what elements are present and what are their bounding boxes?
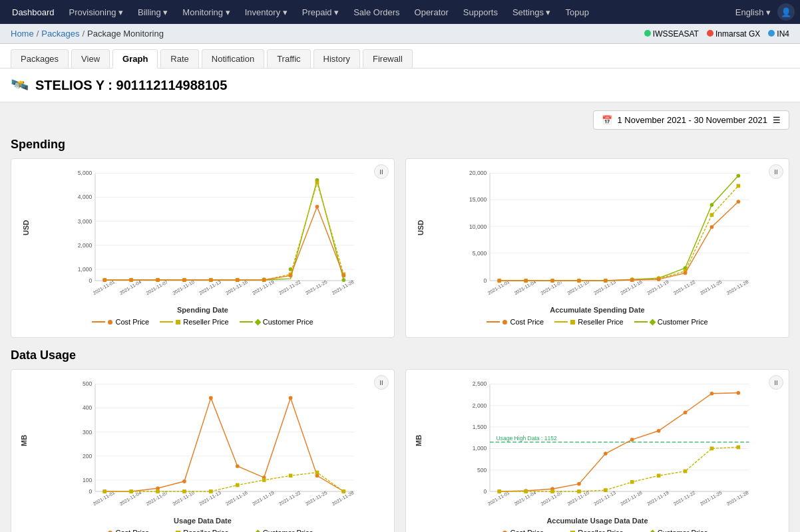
spending-accum-chart: ⏸ USD 0 5,000 10,000 15,000 20,000 2021	[405, 158, 789, 338]
svg-point-185	[737, 391, 741, 395]
nav-operator[interactable]: Operator	[408, 3, 455, 21]
svg-text:2021-11-19: 2021-11-19	[646, 490, 670, 507]
status-iwsseasat: IWSSEASAT	[644, 29, 699, 39]
vessel-icon: 🛰️	[11, 76, 29, 94]
breadcrumb: Home / Packages / Package Monitoring	[11, 29, 164, 39]
svg-point-96	[497, 279, 501, 283]
svg-point-104	[710, 225, 714, 229]
svg-text:0: 0	[483, 277, 487, 284]
language-selector[interactable]: English ▾	[735, 7, 771, 17]
legend-reseller-price-3: Reseller Price	[160, 529, 228, 532]
spending-accum-y-label: USD	[417, 219, 425, 235]
usage-accum-x-label: Accumulate Usage Data Date	[414, 517, 781, 525]
tab-notification[interactable]: Notification	[202, 49, 264, 68]
spending-daily-chart: ⏸ USD 0 1,000	[11, 158, 395, 338]
svg-point-49	[236, 278, 240, 282]
svg-point-52	[315, 205, 319, 209]
svg-point-137	[289, 396, 293, 400]
legend-cost-price-2: Cost Price	[487, 318, 544, 326]
svg-rect-145	[236, 483, 240, 487]
nav-sale-orders[interactable]: Sale Orders	[347, 3, 406, 21]
nav-provisioning[interactable]: Provisioning ▾	[63, 3, 130, 21]
breadcrumb-home[interactable]: Home	[11, 29, 34, 39]
svg-point-85	[737, 174, 741, 178]
svg-text:2021-11-25: 2021-11-25	[700, 279, 723, 296]
navbar: Dashboard Provisioning ▾ Billing ▾ Monit…	[0, 0, 800, 24]
svg-rect-42	[315, 181, 319, 185]
svg-point-100	[604, 279, 608, 283]
svg-text:2021-11-28: 2021-11-28	[331, 279, 355, 296]
legend-customer-price-4: Customer Price	[634, 529, 708, 532]
status-inmarsat: Inmarsat GX	[707, 29, 760, 39]
spending-section-title: Spending	[11, 138, 789, 152]
menu-icon: ☰	[773, 115, 781, 125]
svg-text:300: 300	[83, 429, 93, 436]
tab-traffic[interactable]: Traffic	[267, 49, 310, 68]
svg-text:2021-11-22: 2021-11-22	[673, 490, 697, 507]
tab-history[interactable]: History	[313, 49, 360, 68]
main-content: 📅 1 November 2021 - 30 November 2021 ☰ S…	[0, 102, 800, 532]
svg-point-101	[630, 278, 634, 282]
svg-text:1,500: 1,500	[473, 424, 487, 430]
svg-point-181	[630, 438, 634, 442]
svg-point-50	[262, 278, 266, 282]
nav-inventory[interactable]: Inventory ▾	[238, 3, 294, 21]
svg-text:1,000: 1,000	[78, 266, 93, 273]
tab-view[interactable]: View	[71, 49, 110, 68]
svg-rect-143	[182, 489, 186, 493]
svg-text:2021-11-19: 2021-11-19	[252, 490, 276, 507]
usage-daily-svg: 0 100 200 300 400 500 2021-11-01 2021-11…	[45, 378, 386, 504]
nav-supports[interactable]: Supports	[457, 3, 504, 21]
svg-point-47	[182, 278, 186, 282]
legend-cost-price-1: Cost Price	[92, 318, 149, 326]
svg-point-46	[156, 278, 160, 282]
spending-daily-svg: 0 1,000 2,000 3,000 4,000 5,000 2021-11-…	[45, 167, 386, 293]
nav-settings[interactable]: Settings ▾	[506, 3, 558, 21]
nav-billing[interactable]: Billing ▾	[131, 3, 174, 21]
user-menu[interactable]: 👤	[777, 3, 795, 21]
svg-text:500: 500	[477, 467, 487, 473]
svg-rect-147	[289, 473, 293, 477]
svg-text:20,000: 20,000	[469, 170, 487, 176]
usage-accum-y-label: MB	[415, 434, 423, 446]
tab-rate[interactable]: Rate	[160, 49, 198, 68]
svg-text:2,000: 2,000	[78, 242, 93, 249]
spending-daily-x-label: Spending Date	[19, 306, 386, 314]
page-title: STELIOS Y : 901112114988105	[35, 78, 227, 93]
svg-point-99	[577, 279, 581, 283]
svg-rect-144	[209, 489, 213, 493]
svg-point-48	[209, 278, 213, 282]
svg-rect-186	[497, 489, 501, 493]
svg-point-102	[657, 277, 661, 281]
page-header: 🛰️ STELIOS Y : 901112114988105	[0, 68, 800, 102]
svg-rect-148	[315, 471, 319, 475]
tab-graph[interactable]: Graph	[112, 49, 158, 68]
svg-point-51	[289, 274, 293, 278]
legend-reseller-price-1: Reseller Price	[160, 318, 228, 326]
spending-accum-legend: Cost Price Reseller Price Customer Price	[414, 318, 781, 326]
tab-firewall[interactable]: Firewall	[363, 49, 413, 68]
spending-accum-svg: 0 5,000 10,000 15,000 20,000 2021-11-01 …	[439, 167, 781, 293]
breadcrumb-packages[interactable]: Packages	[41, 29, 79, 39]
nav-monitoring[interactable]: Monitoring ▾	[176, 3, 236, 21]
usage-daily-chart: ⏸ MB 0 100 200 300 400 500	[11, 369, 395, 532]
svg-rect-141	[129, 489, 133, 493]
legend-reseller-price-2: Reseller Price	[554, 318, 623, 326]
svg-text:0: 0	[89, 488, 92, 495]
nav-dashboard[interactable]: Dashboard	[5, 3, 61, 21]
tab-packages[interactable]: Packages	[11, 49, 69, 68]
usage-accum-svg: 0 500 1,000 1,500 2,000 2,500 2021-11-01…	[439, 378, 781, 504]
svg-text:2021-11-25: 2021-11-25	[305, 490, 329, 507]
svg-text:2021-11-22: 2021-11-22	[673, 279, 697, 296]
svg-rect-189	[577, 489, 581, 493]
nav-prepaid[interactable]: Prepaid ▾	[296, 3, 345, 21]
date-selector[interactable]: 📅 1 November 2021 - 30 November 2021 ☰	[593, 110, 789, 130]
status-in4: IN4	[768, 29, 789, 39]
svg-text:Usage High Data : 1152: Usage High Data : 1152	[497, 435, 557, 442]
nav-topup[interactable]: Topup	[559, 3, 596, 21]
svg-point-135	[236, 464, 240, 468]
svg-text:2,500: 2,500	[473, 380, 487, 387]
svg-text:1,000: 1,000	[473, 445, 487, 452]
svg-point-98	[550, 279, 554, 283]
svg-text:2021-11-25: 2021-11-25	[305, 279, 329, 296]
